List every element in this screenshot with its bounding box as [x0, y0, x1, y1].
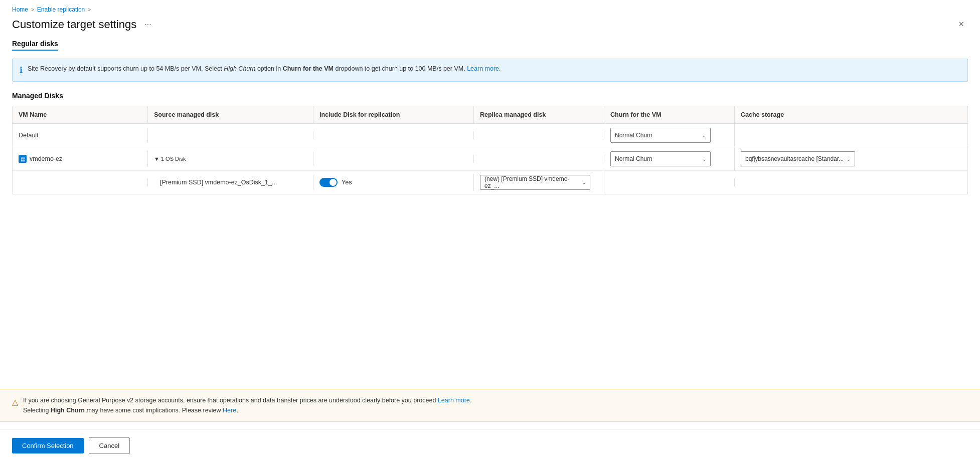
breadcrumb-sep1: >	[31, 7, 34, 13]
warning-text-2: .	[470, 397, 471, 404]
ellipsis-button[interactable]: ···	[141, 19, 154, 30]
warning-banner: △ If you are choosing General Purpose v2…	[0, 389, 980, 422]
row-vm-include-disk	[313, 155, 474, 163]
breadcrumb: Home > Enable replication >	[0, 0, 980, 15]
row-disk-churn	[604, 178, 735, 186]
include-disk-toggle[interactable]	[319, 178, 338, 187]
managed-disks-title: Managed Disks	[12, 92, 968, 100]
confirm-selection-button[interactable]: Confirm Selection	[12, 438, 84, 453]
row-vm-vm-name: vmdemo-ez	[13, 151, 148, 167]
main-content: Regular disks ℹ Site Recovery by default…	[0, 40, 980, 194]
row-disk-replica[interactable]: (new) [Premium SSD] vmdemo-ez_... ⌄	[474, 171, 604, 194]
vm-churn-value: Normal Churn	[615, 155, 652, 162]
row-disk-source-disk: [Premium SSD] vmdemo-ez_OsDisk_1_...	[148, 175, 313, 190]
default-churn-value: Normal Churn	[615, 132, 652, 139]
chevron-down-icon: ⌄	[702, 156, 706, 162]
row-vm-cache[interactable]: bqfjybsasnevaultasrcache [Standar... ⌄	[735, 147, 967, 170]
info-learn-more-link[interactable]: Learn more	[467, 65, 499, 72]
row-vm-source-disk: ▼ 1 OS Disk	[148, 152, 313, 166]
breadcrumb-home[interactable]: Home	[12, 6, 28, 13]
warning-here-link[interactable]: Here	[223, 407, 236, 414]
row-default-vm-name: Default	[13, 128, 148, 143]
row-default-churn[interactable]: Normal Churn ⌄	[604, 124, 735, 147]
col-replica-disk: Replica managed disk	[474, 106, 604, 123]
row-default-include-disk	[313, 131, 474, 139]
include-disk-yes-label: Yes	[342, 179, 352, 186]
table-row: [Premium SSD] vmdemo-ez_OsDisk_1_... Yes…	[13, 171, 967, 194]
row-vm-churn[interactable]: Normal Churn ⌄	[604, 147, 735, 170]
cancel-button[interactable]: Cancel	[89, 437, 130, 454]
vm-name-label: vmdemo-ez	[30, 155, 62, 162]
row-disk-include-disk[interactable]: Yes	[313, 174, 474, 191]
table-header: VM Name Source managed disk Include Disk…	[13, 106, 967, 124]
chevron-down-icon: ⌄	[702, 133, 706, 138]
row-default-cache	[735, 131, 967, 139]
chevron-down-icon: ⌄	[847, 156, 851, 162]
vm-cache-dropdown[interactable]: bqfjybsasnevaultasrcache [Standar... ⌄	[741, 151, 855, 166]
warning-learn-more-link[interactable]: Learn more	[438, 397, 470, 404]
col-include-disk: Include Disk for replication	[313, 106, 474, 123]
page-title: Customize target settings	[12, 18, 136, 31]
col-cache-storage: Cache storage	[735, 106, 967, 123]
vm-churn-dropdown[interactable]: Normal Churn ⌄	[610, 151, 711, 166]
replica-disk-value: (new) [Premium SSD] vmdemo-ez_...	[484, 175, 579, 189]
replica-disk-dropdown[interactable]: (new) [Premium SSD] vmdemo-ez_... ⌄	[480, 175, 590, 190]
col-vm-name: VM Name	[13, 106, 148, 123]
row-default-replica-disk	[474, 131, 604, 139]
footer-actions: Confirm Selection Cancel	[0, 429, 980, 462]
warning-text-3: Selecting High Churn may have some cost …	[23, 407, 223, 414]
row-disk-vm-name	[13, 178, 148, 186]
default-churn-dropdown[interactable]: Normal Churn ⌄	[610, 128, 711, 143]
disk-expand-icon[interactable]: ▼ 1 OS Disk	[154, 156, 186, 162]
breadcrumb-enable-replication[interactable]: Enable replication	[37, 6, 85, 13]
col-source-disk: Source managed disk	[148, 106, 313, 123]
managed-disks-table: VM Name Source managed disk Include Disk…	[12, 106, 968, 194]
row-disk-cache	[735, 178, 967, 186]
info-banner: ℹ Site Recovery by default supports chur…	[12, 59, 968, 82]
warning-banner-text: If you are choosing General Purpose v2 s…	[23, 395, 471, 415]
vm-cache-value: bqfjybsasnevaultasrcache [Standar...	[745, 155, 844, 162]
info-icon: ℹ	[20, 64, 23, 76]
table-row: Default Normal Churn ⌄	[13, 124, 967, 147]
warning-text-5: .	[236, 407, 238, 414]
warning-icon: △	[12, 396, 18, 409]
page-header: Customize target settings ··· ×	[0, 15, 980, 40]
chevron-down-icon: ⌄	[582, 180, 586, 185]
col-churn: Churn for the VM	[604, 106, 735, 123]
warning-text-1: If you are choosing General Purpose v2 s…	[23, 397, 438, 404]
include-disk-toggle-container: Yes	[319, 178, 352, 187]
vm-icon	[19, 155, 27, 163]
breadcrumb-sep2: >	[88, 7, 91, 13]
row-vm-replica-disk	[474, 155, 604, 163]
close-button[interactable]: ×	[954, 17, 968, 32]
info-banner-text: Site Recovery by default supports churn …	[28, 64, 501, 74]
regular-disks-section-title: Regular disks	[12, 40, 58, 51]
row-default-source-disk	[148, 131, 313, 139]
table-row: vmdemo-ez ▼ 1 OS Disk Normal Churn ⌄ bqf…	[13, 147, 967, 171]
